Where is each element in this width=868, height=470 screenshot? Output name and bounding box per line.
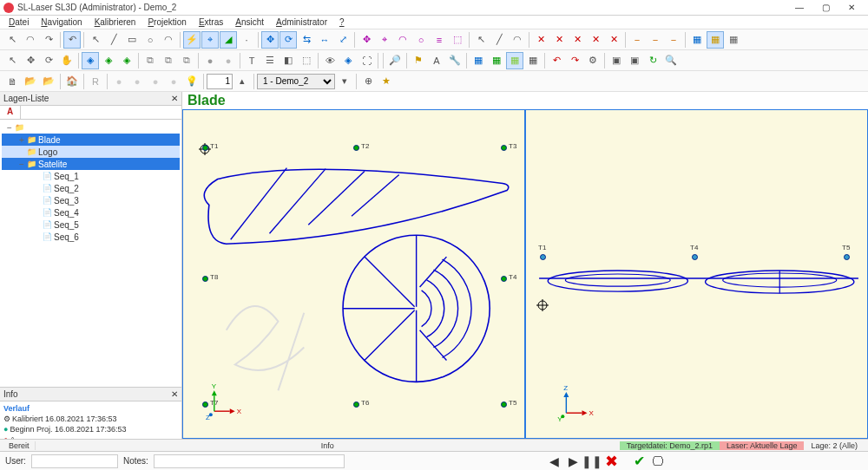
s3-button[interactable]: ● (147, 73, 164, 90)
sa2-button[interactable]: ▣ (626, 52, 643, 69)
cube4-button[interactable]: ◈ (339, 52, 357, 69)
x2-button[interactable]: ✕ (550, 31, 568, 49)
menu-kalibrieren[interactable]: Kalibrieren (89, 16, 141, 28)
grid3-button[interactable]: ▦ (725, 31, 742, 49)
layers-tree[interactable]: −📁+📁Blade📁Logo−📁Satelite📄Seq_1📄Seq_2📄Seq… (0, 120, 181, 387)
tree-item-blade[interactable]: +📁Blade (2, 134, 180, 146)
sel-arrow-button[interactable]: ↖ (3, 31, 21, 49)
scale-button[interactable]: ⤢ (334, 31, 352, 49)
g1-button[interactable]: ▦ (470, 52, 487, 69)
grid2-button[interactable]: ▦ (707, 31, 724, 49)
fit-button[interactable]: ⛶ (358, 52, 375, 69)
angle-button[interactable]: ◢ (220, 31, 237, 49)
bolt-button[interactable]: ⚡ (183, 31, 201, 49)
confirm-button[interactable]: ✔ (629, 452, 648, 471)
sel-lasso-button[interactable]: ◠ (22, 31, 39, 49)
menu-ansicht[interactable]: Ansicht (230, 16, 269, 28)
shade-button[interactable]: ● (220, 52, 237, 69)
target-t1[interactable]: T1 (202, 145, 208, 151)
snap-button[interactable]: ⌖ (201, 31, 219, 49)
tree-item-seq_4[interactable]: 📄Seq_4 (2, 206, 180, 219)
doc-down-button[interactable]: ▾ (336, 73, 353, 90)
spin-up-button[interactable]: ▴ (233, 73, 251, 90)
target-t1[interactable]: T1 (540, 254, 546, 260)
bulb-button[interactable]: 💡 (183, 73, 201, 90)
m1-button[interactable]: − (628, 31, 646, 49)
mirror-button[interactable]: ⇆ (298, 31, 315, 49)
hand-button[interactable]: ✋ (58, 52, 76, 69)
t5-button[interactable]: ≡ (431, 31, 448, 49)
menu-navigation[interactable]: Navigation (36, 16, 87, 28)
circle-button[interactable]: ○ (141, 31, 159, 49)
u1-button[interactable]: ↶ (548, 52, 565, 69)
open-button[interactable]: 📂 (22, 73, 39, 90)
new-button[interactable]: 🗎 (3, 73, 21, 90)
t3-button[interactable]: ◠ (394, 31, 411, 49)
tool-button[interactable]: 🔧 (446, 52, 464, 69)
target-t4[interactable]: T4 (692, 254, 698, 260)
zoom-button[interactable]: 🔍 (662, 52, 680, 69)
arrow2-button[interactable]: ↖ (3, 52, 21, 69)
g2-button[interactable]: ▦ (488, 52, 505, 69)
menu-datei[interactable]: Datei (3, 16, 34, 28)
stop-button[interactable]: ✖ (602, 452, 621, 471)
menu-administrator[interactable]: Administrator (271, 16, 332, 28)
x1-button[interactable]: ✕ (532, 31, 549, 49)
s1-button[interactable]: ● (110, 73, 128, 90)
target-t4[interactable]: T4 (501, 276, 507, 282)
m3-button[interactable]: − (665, 31, 682, 49)
document-select[interactable]: 1 - Demo_2 (257, 74, 335, 89)
menu-?[interactable]: ? (334, 16, 350, 28)
target-t8[interactable]: T8 (202, 276, 208, 282)
tree-item-satelite[interactable]: −📁Satelite (2, 158, 180, 170)
target-button[interactable]: ⊕ (359, 73, 377, 90)
g3-button[interactable]: ▦ (506, 52, 523, 69)
t4-button[interactable]: ○ (412, 31, 430, 49)
menu-extras[interactable]: Extras (194, 16, 228, 28)
m2-button[interactable]: − (647, 31, 664, 49)
target-t5[interactable]: T5 (501, 401, 507, 408)
target-t7[interactable]: T7 (202, 401, 208, 408)
tree-item-seq_2[interactable]: 📄Seq_2 (2, 182, 180, 194)
menu-projektion[interactable]: Projektion (142, 16, 191, 28)
surf-button[interactable]: ◠ (509, 31, 526, 49)
refresh-button[interactable]: ↻ (644, 52, 661, 69)
t1-button[interactable]: ✥ (358, 31, 375, 49)
flag-button[interactable]: ⚑ (410, 52, 427, 69)
undo-button[interactable]: ↶ (63, 31, 81, 49)
line-button[interactable]: ╱ (105, 31, 122, 49)
window-maximize[interactable]: ▢ (812, 1, 838, 15)
u2-button[interactable]: ↷ (566, 52, 583, 69)
cross2-button[interactable]: ✥ (22, 52, 39, 69)
tree-item-seq_6[interactable]: 📄Seq_6 (2, 231, 180, 243)
pointer-button[interactable]: ↖ (87, 31, 104, 49)
layer-button[interactable]: ☰ (261, 52, 279, 69)
sel-cycle-button[interactable]: ↷ (40, 31, 57, 49)
viewport-side[interactable]: X Z Y T1T4T5 (525, 109, 868, 439)
copy1-button[interactable]: ⧉ (141, 52, 159, 69)
target-t6[interactable]: T6 (353, 401, 359, 408)
layers-panel-close[interactable]: ✕ (171, 94, 178, 103)
info-panel-close[interactable]: ✕ (171, 389, 178, 399)
user-input[interactable] (31, 454, 118, 468)
forward-button[interactable]: ▶ (563, 452, 582, 471)
pick-button[interactable]: ↖ (472, 31, 490, 49)
window-close[interactable]: ✕ (838, 1, 865, 15)
tree-item-root[interactable]: −📁 (2, 121, 180, 134)
grid1-button[interactable]: ▦ (688, 31, 706, 49)
star-button[interactable]: ★ (378, 73, 395, 90)
rot2-button[interactable]: ⟳ (40, 52, 57, 69)
target-t2[interactable]: T2 (353, 145, 359, 151)
sel3-button[interactable]: ⬚ (298, 52, 315, 69)
notes-input[interactable] (154, 454, 345, 468)
spin-input[interactable] (207, 74, 233, 89)
rot-button[interactable]: ⟳ (279, 31, 297, 49)
t2-button[interactable]: ⌖ (376, 31, 393, 49)
text-button[interactable]: T (243, 52, 260, 69)
sphere-button[interactable]: ● (201, 52, 219, 69)
s4-button[interactable]: ● (165, 73, 182, 90)
edge-button[interactable]: ╱ (490, 31, 508, 49)
x5-button[interactable]: ✕ (605, 31, 622, 49)
color-button[interactable]: ◧ (279, 52, 297, 69)
move-button[interactable]: ✥ (261, 31, 279, 49)
